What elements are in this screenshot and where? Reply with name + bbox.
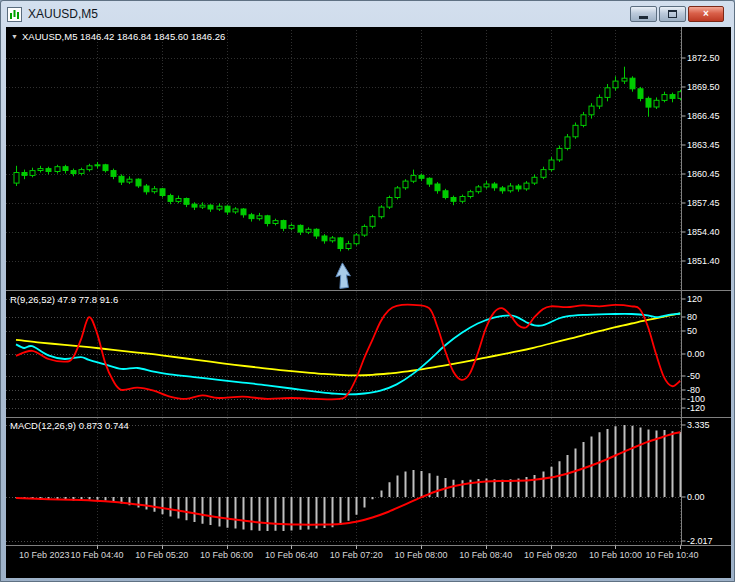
close-button[interactable]: × [688,6,724,22]
indicator1-label: R(9,26,52) 47.9 77.8 91.6 [10,294,118,305]
chart-window-icon [7,7,22,22]
price-scale[interactable] [682,27,731,545]
minimize-icon [639,16,648,19]
minimize-button[interactable] [630,6,657,22]
close-icon: × [703,9,709,19]
window-title: XAUUSD,M5 [28,7,98,21]
maximize-icon [668,10,677,18]
macd-histogram [17,425,681,531]
pane-separators [6,27,731,546]
maximize-button[interactable] [659,6,686,22]
indicator1-fast-line [16,305,680,400]
titlebar[interactable]: XAUUSD,M5 × [1,1,734,27]
ohlc-label: XAUUSD,M5 1846.42 1846.84 1845.60 1846.2… [22,31,225,42]
chart-area[interactable]: 1872.501869.501866.451863.451860.451857.… [6,27,731,578]
indicator1-mid-line [16,314,680,395]
up-arrow-annotation[interactable] [336,263,351,289]
indicator1-slow-line [16,314,680,376]
indicator2-label: MACD(12,26,9) 0.873 0.744 [10,420,129,431]
price-grid [6,59,681,262]
symbol-dropdown-icon[interactable]: ▼ [11,33,18,40]
time-scale[interactable] [6,545,731,578]
axis-labels: 1872.501869.501866.451863.451860.451857.… [19,53,719,560]
chart-window: XAUUSD,M5 × 1872.501869.501866.451863.45… [0,0,735,582]
candlesticks [14,67,683,252]
